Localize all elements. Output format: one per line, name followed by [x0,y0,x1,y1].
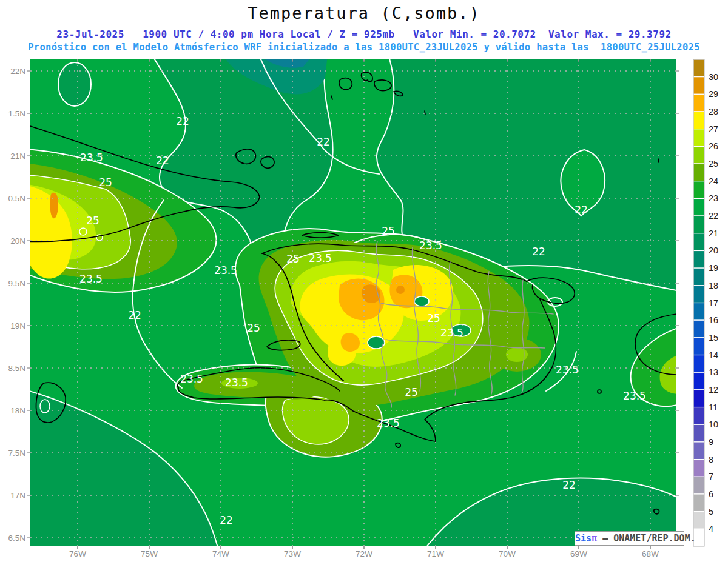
svg-text:17N: 17N [10,491,25,500]
watermark-box: Sisπ – ONAMET/REP.DOM. [575,531,684,546]
svg-text:29: 29 [709,89,718,99]
svg-text:12: 12 [709,385,718,395]
svg-text:18: 18 [709,281,718,290]
svg-text:25: 25 [405,386,418,398]
svg-text:22: 22 [128,309,141,321]
svg-text:9.5N: 9.5N [8,279,25,288]
svg-text:22: 22 [156,155,169,167]
svg-text:30: 30 [709,72,718,82]
svg-text:23.5: 23.5 [377,417,400,429]
svg-text:76W: 76W [69,549,86,558]
svg-text:8: 8 [709,455,713,464]
svg-text:23.5: 23.5 [214,264,237,276]
svg-text:19N: 19N [10,321,25,330]
watermark-sis: Sis [575,533,592,544]
svg-text:72W: 72W [356,549,372,558]
svg-text:5: 5 [709,507,713,517]
svg-text:22: 22 [220,514,233,526]
svg-text:73W: 73W [284,549,301,558]
svg-text:6.5N: 6.5N [8,534,25,543]
svg-text:22N: 22N [10,67,25,76]
svg-text:74W: 74W [212,549,229,558]
svg-text:22: 22 [532,246,545,258]
svg-text:23.5: 23.5 [309,252,332,264]
watermark-pi-icon: π [592,533,597,544]
svg-text:13: 13 [709,367,718,377]
svg-text:23.5: 23.5 [79,273,103,285]
svg-text:28: 28 [709,107,718,116]
svg-text:23.5: 23.5 [556,364,579,376]
svg-text:23.5: 23.5 [180,373,203,385]
svg-text:27: 27 [709,124,718,134]
svg-text:22: 22 [176,115,189,127]
svg-text:21N: 21N [10,152,25,161]
svg-text:25: 25 [247,322,260,334]
svg-text:26: 26 [709,141,718,151]
svg-text:17: 17 [709,298,718,308]
svg-text:11: 11 [709,403,718,412]
svg-text:22: 22 [562,479,576,491]
svg-text:23.5: 23.5 [225,376,248,389]
svg-text:21: 21 [709,229,718,238]
svg-text:8.5N: 8.5N [8,364,25,373]
svg-text:6: 6 [709,489,713,499]
svg-text:10: 10 [709,420,718,429]
svg-text:70W: 70W [499,549,516,558]
svg-text:68W: 68W [642,549,659,558]
svg-text:25: 25 [382,225,395,237]
svg-text:14: 14 [709,350,718,360]
svg-text:69W: 69W [570,549,587,558]
svg-text:25: 25 [286,253,300,265]
weather-map: 222222222222222223.523.523.523.523.523.5… [0,0,728,562]
svg-text:4: 4 [709,524,713,534]
colorbar-legend: 3029282726252423222120191817161514131211… [693,59,718,546]
svg-text:25: 25 [99,176,112,189]
svg-text:9: 9 [709,437,713,447]
svg-text:1.5N: 1.5N [8,109,25,118]
svg-text:25: 25 [86,215,99,227]
svg-text:23.5: 23.5 [80,152,103,164]
svg-text:25: 25 [427,312,440,324]
svg-text:22: 22 [575,204,588,216]
svg-text:19: 19 [709,263,718,273]
svg-text:22: 22 [709,211,718,221]
svg-text:75W: 75W [141,549,158,558]
watermark-onamet: – ONAMET/REP.DOM. [597,533,696,544]
svg-text:0.5N: 0.5N [8,194,25,203]
svg-text:23: 23 [709,193,718,203]
svg-text:18N: 18N [10,406,25,415]
svg-text:23.5: 23.5 [623,390,646,402]
svg-text:15: 15 [709,333,718,343]
svg-text:20: 20 [709,246,718,255]
svg-text:23.5: 23.5 [440,327,463,339]
svg-text:7: 7 [709,472,713,481]
svg-text:7.5N: 7.5N [8,449,25,458]
svg-text:23.5: 23.5 [419,239,442,252]
svg-text:22: 22 [317,136,330,148]
svg-text:71W: 71W [427,549,444,558]
svg-text:20N: 20N [10,236,25,246]
svg-text:25: 25 [709,159,718,169]
svg-text:16: 16 [709,315,718,325]
svg-text:24: 24 [709,176,718,186]
